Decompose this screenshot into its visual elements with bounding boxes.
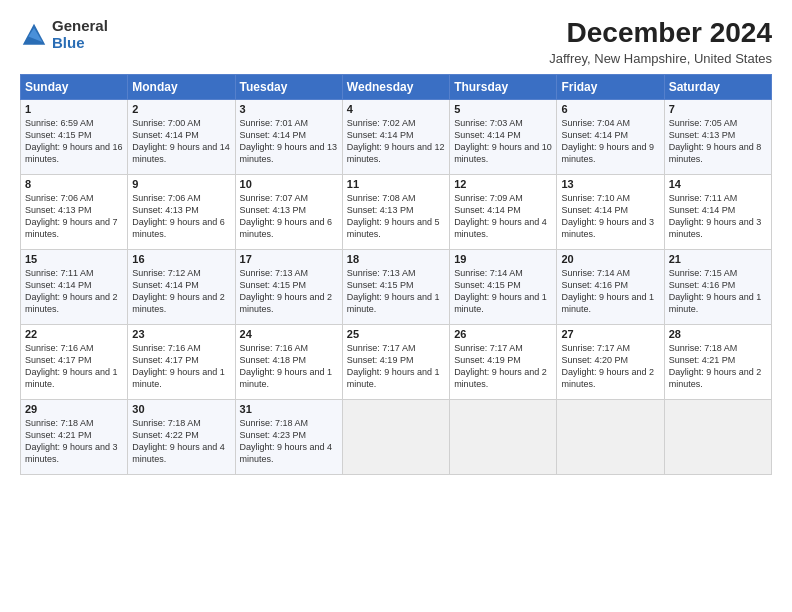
day-info: Sunrise: 7:18 AMSunset: 4:21 PMDaylight:… bbox=[669, 343, 762, 389]
calendar-cell: 6Sunrise: 7:04 AMSunset: 4:14 PMDaylight… bbox=[557, 99, 664, 174]
day-info: Sunrise: 7:17 AMSunset: 4:19 PMDaylight:… bbox=[454, 343, 547, 389]
day-info: Sunrise: 7:15 AMSunset: 4:16 PMDaylight:… bbox=[669, 268, 762, 314]
day-info: Sunrise: 7:06 AMSunset: 4:13 PMDaylight:… bbox=[132, 193, 225, 239]
day-info: Sunrise: 7:16 AMSunset: 4:17 PMDaylight:… bbox=[132, 343, 225, 389]
calendar-cell: 7Sunrise: 7:05 AMSunset: 4:13 PMDaylight… bbox=[664, 99, 771, 174]
calendar-cell bbox=[450, 399, 557, 474]
day-number: 19 bbox=[454, 253, 552, 265]
calendar-cell: 24Sunrise: 7:16 AMSunset: 4:18 PMDayligh… bbox=[235, 324, 342, 399]
header-wednesday: Wednesday bbox=[342, 74, 449, 99]
header-tuesday: Tuesday bbox=[235, 74, 342, 99]
day-number: 24 bbox=[240, 328, 338, 340]
day-number: 28 bbox=[669, 328, 767, 340]
day-info: Sunrise: 7:04 AMSunset: 4:14 PMDaylight:… bbox=[561, 118, 654, 164]
day-number: 20 bbox=[561, 253, 659, 265]
calendar-cell: 27Sunrise: 7:17 AMSunset: 4:20 PMDayligh… bbox=[557, 324, 664, 399]
calendar-cell: 21Sunrise: 7:15 AMSunset: 4:16 PMDayligh… bbox=[664, 249, 771, 324]
calendar-cell: 1Sunrise: 6:59 AMSunset: 4:15 PMDaylight… bbox=[21, 99, 128, 174]
day-number: 17 bbox=[240, 253, 338, 265]
logo-text: General Blue bbox=[52, 18, 108, 51]
calendar-cell: 13Sunrise: 7:10 AMSunset: 4:14 PMDayligh… bbox=[557, 174, 664, 249]
day-number: 18 bbox=[347, 253, 445, 265]
calendar-cell: 31Sunrise: 7:18 AMSunset: 4:23 PMDayligh… bbox=[235, 399, 342, 474]
day-number: 13 bbox=[561, 178, 659, 190]
day-number: 29 bbox=[25, 403, 123, 415]
header-sunday: Sunday bbox=[21, 74, 128, 99]
logo-icon bbox=[20, 21, 48, 49]
calendar-cell: 3Sunrise: 7:01 AMSunset: 4:14 PMDaylight… bbox=[235, 99, 342, 174]
calendar-cell: 4Sunrise: 7:02 AMSunset: 4:14 PMDaylight… bbox=[342, 99, 449, 174]
day-number: 15 bbox=[25, 253, 123, 265]
calendar-cell bbox=[557, 399, 664, 474]
day-number: 6 bbox=[561, 103, 659, 115]
calendar-cell: 2Sunrise: 7:00 AMSunset: 4:14 PMDaylight… bbox=[128, 99, 235, 174]
day-info: Sunrise: 7:18 AMSunset: 4:22 PMDaylight:… bbox=[132, 418, 225, 464]
week-row-1: 1Sunrise: 6:59 AMSunset: 4:15 PMDaylight… bbox=[21, 99, 772, 174]
day-info: Sunrise: 7:03 AMSunset: 4:14 PMDaylight:… bbox=[454, 118, 552, 164]
day-info: Sunrise: 7:17 AMSunset: 4:19 PMDaylight:… bbox=[347, 343, 440, 389]
title-block: December 2024 Jaffrey, New Hampshire, Un… bbox=[549, 18, 772, 66]
logo-general: General bbox=[52, 18, 108, 35]
week-row-5: 29Sunrise: 7:18 AMSunset: 4:21 PMDayligh… bbox=[21, 399, 772, 474]
header-friday: Friday bbox=[557, 74, 664, 99]
day-number: 10 bbox=[240, 178, 338, 190]
calendar-cell: 19Sunrise: 7:14 AMSunset: 4:15 PMDayligh… bbox=[450, 249, 557, 324]
calendar-cell: 14Sunrise: 7:11 AMSunset: 4:14 PMDayligh… bbox=[664, 174, 771, 249]
logo: General Blue bbox=[20, 18, 108, 51]
header-row: Sunday Monday Tuesday Wednesday Thursday… bbox=[21, 74, 772, 99]
day-number: 31 bbox=[240, 403, 338, 415]
calendar-cell: 17Sunrise: 7:13 AMSunset: 4:15 PMDayligh… bbox=[235, 249, 342, 324]
day-info: Sunrise: 7:11 AMSunset: 4:14 PMDaylight:… bbox=[669, 193, 762, 239]
day-number: 7 bbox=[669, 103, 767, 115]
day-number: 23 bbox=[132, 328, 230, 340]
calendar-cell: 12Sunrise: 7:09 AMSunset: 4:14 PMDayligh… bbox=[450, 174, 557, 249]
day-number: 27 bbox=[561, 328, 659, 340]
calendar-cell: 16Sunrise: 7:12 AMSunset: 4:14 PMDayligh… bbox=[128, 249, 235, 324]
week-row-2: 8Sunrise: 7:06 AMSunset: 4:13 PMDaylight… bbox=[21, 174, 772, 249]
day-info: Sunrise: 7:09 AMSunset: 4:14 PMDaylight:… bbox=[454, 193, 547, 239]
day-info: Sunrise: 7:14 AMSunset: 4:16 PMDaylight:… bbox=[561, 268, 654, 314]
page-header: General Blue December 2024 Jaffrey, New … bbox=[20, 18, 772, 66]
day-number: 9 bbox=[132, 178, 230, 190]
day-info: Sunrise: 7:02 AMSunset: 4:14 PMDaylight:… bbox=[347, 118, 445, 164]
day-info: Sunrise: 7:14 AMSunset: 4:15 PMDaylight:… bbox=[454, 268, 547, 314]
day-info: Sunrise: 7:13 AMSunset: 4:15 PMDaylight:… bbox=[240, 268, 333, 314]
calendar-cell: 10Sunrise: 7:07 AMSunset: 4:13 PMDayligh… bbox=[235, 174, 342, 249]
calendar-cell: 20Sunrise: 7:14 AMSunset: 4:16 PMDayligh… bbox=[557, 249, 664, 324]
calendar-cell: 8Sunrise: 7:06 AMSunset: 4:13 PMDaylight… bbox=[21, 174, 128, 249]
day-info: Sunrise: 7:17 AMSunset: 4:20 PMDaylight:… bbox=[561, 343, 654, 389]
calendar-cell: 11Sunrise: 7:08 AMSunset: 4:13 PMDayligh… bbox=[342, 174, 449, 249]
calendar-page: General Blue December 2024 Jaffrey, New … bbox=[0, 0, 792, 612]
location: Jaffrey, New Hampshire, United States bbox=[549, 51, 772, 66]
day-number: 26 bbox=[454, 328, 552, 340]
header-saturday: Saturday bbox=[664, 74, 771, 99]
calendar-body: 1Sunrise: 6:59 AMSunset: 4:15 PMDaylight… bbox=[21, 99, 772, 474]
day-info: Sunrise: 7:00 AMSunset: 4:14 PMDaylight:… bbox=[132, 118, 230, 164]
day-info: Sunrise: 7:18 AMSunset: 4:21 PMDaylight:… bbox=[25, 418, 118, 464]
calendar-table: Sunday Monday Tuesday Wednesday Thursday… bbox=[20, 74, 772, 475]
calendar-cell: 23Sunrise: 7:16 AMSunset: 4:17 PMDayligh… bbox=[128, 324, 235, 399]
day-info: Sunrise: 7:11 AMSunset: 4:14 PMDaylight:… bbox=[25, 268, 118, 314]
day-info: Sunrise: 7:12 AMSunset: 4:14 PMDaylight:… bbox=[132, 268, 225, 314]
day-number: 1 bbox=[25, 103, 123, 115]
calendar-cell: 18Sunrise: 7:13 AMSunset: 4:15 PMDayligh… bbox=[342, 249, 449, 324]
calendar-cell: 28Sunrise: 7:18 AMSunset: 4:21 PMDayligh… bbox=[664, 324, 771, 399]
calendar-cell: 5Sunrise: 7:03 AMSunset: 4:14 PMDaylight… bbox=[450, 99, 557, 174]
header-monday: Monday bbox=[128, 74, 235, 99]
day-number: 30 bbox=[132, 403, 230, 415]
calendar-cell bbox=[342, 399, 449, 474]
day-info: Sunrise: 7:05 AMSunset: 4:13 PMDaylight:… bbox=[669, 118, 762, 164]
day-number: 5 bbox=[454, 103, 552, 115]
day-number: 22 bbox=[25, 328, 123, 340]
calendar-cell: 30Sunrise: 7:18 AMSunset: 4:22 PMDayligh… bbox=[128, 399, 235, 474]
calendar-cell: 29Sunrise: 7:18 AMSunset: 4:21 PMDayligh… bbox=[21, 399, 128, 474]
day-info: Sunrise: 7:13 AMSunset: 4:15 PMDaylight:… bbox=[347, 268, 440, 314]
day-info: Sunrise: 7:06 AMSunset: 4:13 PMDaylight:… bbox=[25, 193, 118, 239]
day-number: 16 bbox=[132, 253, 230, 265]
calendar-cell: 15Sunrise: 7:11 AMSunset: 4:14 PMDayligh… bbox=[21, 249, 128, 324]
day-number: 12 bbox=[454, 178, 552, 190]
day-info: Sunrise: 7:10 AMSunset: 4:14 PMDaylight:… bbox=[561, 193, 654, 239]
header-thursday: Thursday bbox=[450, 74, 557, 99]
logo-blue: Blue bbox=[52, 35, 108, 52]
calendar-cell: 9Sunrise: 7:06 AMSunset: 4:13 PMDaylight… bbox=[128, 174, 235, 249]
